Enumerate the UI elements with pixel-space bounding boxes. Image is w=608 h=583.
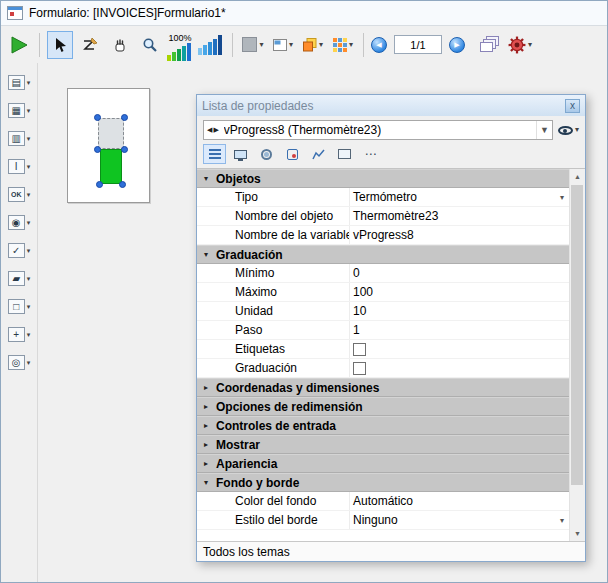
property-name: Color del fondo — [197, 492, 349, 510]
property-value[interactable]: Termómetro▾ — [349, 188, 569, 206]
property-value[interactable]: Thermomètre23 — [349, 207, 569, 225]
selection-handle[interactable] — [121, 114, 128, 121]
window-parts-dropdown-button[interactable]: ▾ — [270, 31, 296, 59]
object-selector-combo[interactable]: ◀▶ vProgress8 (Thermomètre23) ▼ — [203, 120, 553, 140]
section-header-opciones-de-redimension[interactable]: ▸Opciones de redimensión — [197, 397, 569, 416]
property-value[interactable] — [349, 359, 569, 377]
radio-button-control-button[interactable]: ◉▾ — [8, 215, 31, 230]
checkbox[interactable] — [353, 362, 366, 375]
checkbox[interactable] — [353, 343, 366, 356]
tab-binding[interactable] — [281, 144, 304, 164]
chevron-down-icon[interactable]: ▾ — [27, 303, 31, 311]
style-dropdown-button[interactable]: ▾ — [240, 31, 266, 59]
zoom-presets-button[interactable] — [197, 31, 225, 59]
thermometer-control-fill[interactable] — [100, 149, 122, 184]
scrollbar-thumb[interactable] — [571, 185, 583, 485]
grid-scrollbar[interactable]: ▲ ▼ — [569, 169, 585, 541]
section-header-fondo-y-borde[interactable]: ▾Fondo y borde — [197, 473, 569, 492]
chevron-down-icon[interactable]: ▾ — [27, 135, 31, 143]
selection-handle[interactable] — [121, 146, 128, 153]
curve-tab-icon — [312, 149, 325, 160]
pan-tool-button[interactable] — [107, 31, 133, 59]
panel-control-button[interactable]: □▾ — [8, 299, 31, 314]
section-header-mostrar[interactable]: ▸Mostrar — [197, 435, 569, 454]
chevron-down-icon[interactable]: ▾ — [560, 193, 569, 202]
section-header-controles-de-entrada[interactable]: ▸Controles de entrada — [197, 416, 569, 435]
chevron-down-icon[interactable]: ▼ — [536, 121, 552, 139]
thermometer-control-body[interactable] — [98, 118, 124, 149]
next-page-button[interactable]: ▶ — [449, 37, 465, 53]
table-control-button[interactable]: ▥▾ — [8, 131, 31, 146]
property-value[interactable]: Ninguno▾ — [349, 511, 569, 529]
dial-control-button[interactable]: ◎▾ — [8, 355, 31, 370]
tab-chart[interactable] — [307, 144, 330, 164]
tab-general[interactable] — [203, 144, 226, 164]
chevron-right-icon: ▸ — [204, 402, 212, 411]
chevron-down-icon[interactable]: ▾ — [27, 219, 31, 227]
toolbar-separator — [363, 33, 364, 57]
properties-titlebar[interactable]: Lista de propiedades x — [197, 95, 585, 116]
properties-tabs: ⋯ — [197, 142, 585, 168]
section-header-apariencia[interactable]: ▸Apariencia — [197, 454, 569, 473]
tab-more[interactable]: ⋯ — [359, 144, 382, 164]
selection-handle[interactable] — [94, 114, 101, 121]
select-tool-button[interactable] — [47, 31, 73, 59]
chevron-down-icon[interactable]: ▾ — [27, 79, 31, 87]
chevron-down-icon[interactable]: ▾ — [27, 163, 31, 171]
chevron-down-icon[interactable]: ▾ — [560, 516, 569, 525]
progress-control-button[interactable]: ▰▾ — [8, 271, 31, 286]
run-test-button[interactable] — [6, 31, 32, 59]
visibility-button[interactable]: ▾ — [558, 126, 579, 135]
chevron-down-icon[interactable]: ▾ — [27, 275, 31, 283]
zoom-tool-button[interactable] — [137, 31, 163, 59]
list-control-button[interactable]: ▦▾ — [8, 103, 31, 118]
form-design-surface[interactable] — [67, 88, 150, 203]
property-value[interactable]: 0 — [349, 264, 569, 282]
prev-page-button[interactable]: ◀ — [371, 37, 387, 53]
arrange-dropdown-button[interactable]: ▾ — [300, 31, 326, 59]
page-indicator-field[interactable]: 1/1 — [394, 35, 442, 54]
property-name: Nombre de la variable — [197, 226, 349, 244]
tab-display[interactable] — [333, 144, 356, 164]
property-value[interactable]: 1 — [349, 321, 569, 339]
selection-handle[interactable] — [119, 181, 126, 188]
property-row-paso: Paso1 — [197, 321, 569, 340]
property-value[interactable]: 10 — [349, 302, 569, 320]
zoom-level-button[interactable]: 100% — [167, 29, 193, 61]
scroll-up-icon[interactable]: ▲ — [570, 169, 585, 184]
color-grid-dropdown-button[interactable]: ▾ — [330, 31, 356, 59]
chevron-down-icon[interactable]: ▾ — [27, 247, 31, 255]
chevron-down-icon[interactable]: ▾ — [27, 359, 31, 367]
splitter-control-button[interactable]: +▾ — [8, 327, 31, 342]
section-header-graduacion[interactable]: ▾Graduación — [197, 245, 569, 264]
chevron-down-icon[interactable]: ▾ — [27, 107, 31, 115]
checkbox-control-button[interactable]: ✓▾ — [8, 243, 31, 258]
text-area-control-button[interactable]: ▤▾ — [8, 75, 31, 90]
properties-footer[interactable]: Todos los temas — [197, 541, 585, 561]
section-header-coordenadas-y-dimensiones[interactable]: ▸Coordenadas y dimensiones — [197, 378, 569, 397]
prev-next-object-icons[interactable]: ◀▶ — [207, 126, 220, 134]
style-dropdown-icon — [242, 37, 257, 52]
selection-handle[interactable] — [96, 181, 103, 188]
property-value[interactable]: vProgress8 — [349, 226, 569, 244]
property-value[interactable]: Automático — [349, 492, 569, 510]
property-value[interactable]: 100 — [349, 283, 569, 301]
options-gear-button[interactable]: ▾ — [507, 31, 533, 59]
property-row-maximo: Máximo100 — [197, 283, 569, 302]
edit-control-button[interactable]: I▾ — [8, 159, 31, 174]
stacked-windows-button[interactable] — [477, 31, 503, 59]
app-window: Formulario: [INVOICES]Formulario1* 100% — [0, 0, 608, 583]
checkbox-control-icon: ✓ — [8, 243, 25, 258]
close-button[interactable]: x — [565, 99, 580, 113]
section-header-objetos[interactable]: ▾Objetos — [197, 169, 569, 188]
color-grid-dropdown-icon — [333, 38, 347, 52]
property-value[interactable] — [349, 340, 569, 358]
tab-settings[interactable] — [255, 144, 278, 164]
scroll-down-icon[interactable]: ▼ — [570, 526, 585, 541]
ok-button-control-button[interactable]: OK▾ — [8, 187, 31, 202]
selection-handle[interactable] — [94, 146, 101, 153]
tab-ui[interactable] — [229, 144, 252, 164]
chevron-down-icon[interactable]: ▾ — [27, 191, 31, 199]
chevron-down-icon[interactable]: ▾ — [27, 331, 31, 339]
zigzag-draw-button[interactable] — [77, 31, 103, 59]
